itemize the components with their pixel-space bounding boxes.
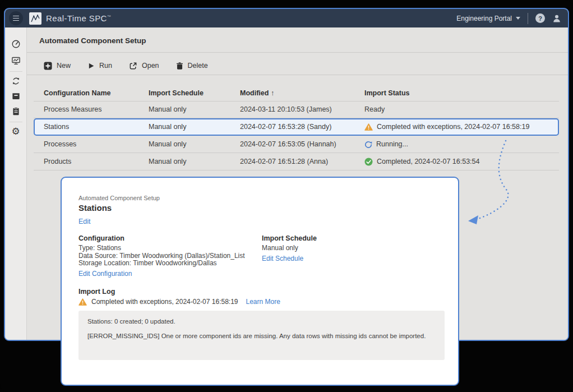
warning-icon <box>78 298 87 306</box>
monitor-chart-icon[interactable] <box>11 56 21 66</box>
sync-icon[interactable] <box>11 76 21 86</box>
import-log-output: Stations: 0 created; 0 updated. [ERROR_M… <box>78 311 445 360</box>
row-import-status: Completed with exceptions, 2024-02-07 16… <box>377 118 529 136</box>
divider <box>27 52 568 53</box>
open-button-label: Open <box>142 62 159 70</box>
sort-ascending-icon: ↑ <box>271 89 274 97</box>
column-header-import-schedule[interactable]: Import Schedule <box>149 89 204 97</box>
sidebar-divider <box>10 71 22 72</box>
running-refresh-icon <box>364 141 372 149</box>
trash-icon <box>176 62 183 70</box>
column-header-import-status[interactable]: Import Status <box>364 89 410 97</box>
page-title: Automated Component Setup <box>39 36 146 45</box>
hamburger-menu-icon[interactable] <box>9 11 23 25</box>
screenshot-stage: Real-Time SPC™ Engineering Portal ? <box>0 0 573 392</box>
row-modified: 2024-02-07 16:53:28 (Sandy) <box>240 118 331 136</box>
import-log-status-text: Completed with exceptions, 2024-02-07 16… <box>91 298 238 306</box>
settings-gear-icon[interactable]: ⚙ <box>11 126 21 136</box>
log-line: [ERROR_MISSING_IDS] One or more componen… <box>87 333 436 339</box>
row-import-schedule: Manual only <box>149 118 186 136</box>
detail-panel: Automated Component Setup Stations Edit … <box>61 177 459 386</box>
trademark: ™ <box>107 15 111 19</box>
plus-icon <box>44 62 52 70</box>
new-button-label: New <box>57 62 71 70</box>
top-bar: Real-Time SPC™ Engineering Portal ? <box>5 9 568 27</box>
log-line: Stations: 0 created; 0 updated. <box>87 318 436 325</box>
row-import-schedule: Manual only <box>149 101 186 118</box>
new-button[interactable]: New <box>44 62 71 70</box>
learn-more-link[interactable]: Learn More <box>246 298 280 306</box>
help-icon[interactable]: ? <box>535 13 545 23</box>
import-schedule-section-label: Import Schedule <box>262 234 317 242</box>
storage-box-icon[interactable] <box>11 91 21 101</box>
topbar-divider <box>528 13 528 24</box>
edit-schedule-link[interactable]: Edit Schedule <box>262 255 303 262</box>
run-button[interactable]: Run <box>87 62 112 70</box>
row-configuration-name: Processes <box>44 136 76 153</box>
success-check-icon <box>364 158 373 166</box>
clipboard-icon[interactable] <box>11 106 21 116</box>
import-schedule-value: Manual only <box>262 245 298 252</box>
edit-configuration-link[interactable]: Edit Configuration <box>78 270 132 278</box>
sidebar-divider <box>10 122 22 122</box>
portal-label: Engineering Portal <box>456 15 512 22</box>
run-button-label: Run <box>99 62 112 70</box>
row-import-schedule: Manual only <box>149 136 186 153</box>
app-logo-icon <box>29 12 41 25</box>
row-import-status: Running... <box>376 136 408 153</box>
row-modified: 2024-02-07 16:51:28 (Anna) <box>240 153 328 170</box>
table-row[interactable]: Processes Manual only 2024-02-07 16:53:0… <box>27 136 568 153</box>
column-header-modified[interactable]: Modified ↑ <box>240 89 274 97</box>
play-icon <box>87 62 95 70</box>
row-configuration-name: Products <box>44 153 71 170</box>
row-import-schedule: Manual only <box>149 153 186 170</box>
dashboard-gauge-icon[interactable] <box>11 39 21 49</box>
table-row[interactable]: Products Manual only 2024-02-07 16:51:28… <box>27 153 568 170</box>
configuration-type: Type: Stations <box>78 245 121 252</box>
user-account-icon[interactable] <box>552 14 561 23</box>
toolbar: New Run Open Delete <box>44 57 208 75</box>
row-modified: 2024-03-11 20:10:53 (James) <box>240 101 332 118</box>
row-import-status: Ready <box>364 101 385 118</box>
row-configuration-name: Stations <box>44 118 69 136</box>
column-header-configuration-name[interactable]: Configuration Name <box>44 89 110 97</box>
open-button[interactable]: Open <box>129 62 159 70</box>
configuration-data-source: Data Source: Timber Woodworking (Dallas)… <box>78 252 245 260</box>
table-row[interactable]: Process Measures Manual only 2024-03-11 … <box>27 101 568 118</box>
brand-title: Real-Time SPC™ <box>46 13 111 23</box>
breadcrumb: Automated Component Setup <box>78 195 160 201</box>
import-log-section-label: Import Log <box>78 288 115 296</box>
portal-selector[interactable]: Engineering Portal <box>456 15 520 22</box>
configuration-storage-location: Storage Location: Timber Woodworking/Dal… <box>78 260 217 268</box>
panel-title: Stations <box>78 203 112 213</box>
open-external-icon <box>129 62 137 70</box>
warning-icon <box>364 123 373 131</box>
configuration-section-label: Configuration <box>78 234 124 242</box>
chevron-down-icon <box>516 17 520 20</box>
delete-button-label: Delete <box>188 62 208 70</box>
delete-button[interactable]: Delete <box>176 62 208 70</box>
divider <box>27 75 568 75</box>
row-configuration-name: Process Measures <box>44 101 102 118</box>
left-sidebar: ⚙ <box>5 27 27 340</box>
row-modified: 2024-02-07 16:53:05 (Hannah) <box>240 136 336 153</box>
table-row-selected[interactable]: Stations Manual only 2024-02-07 16:53:28… <box>27 118 568 136</box>
import-log-status: Completed with exceptions, 2024-02-07 16… <box>78 298 280 306</box>
row-import-status: Completed, 2024-02-07 16:53:54 <box>377 153 479 170</box>
edit-link[interactable]: Edit <box>78 218 91 225</box>
